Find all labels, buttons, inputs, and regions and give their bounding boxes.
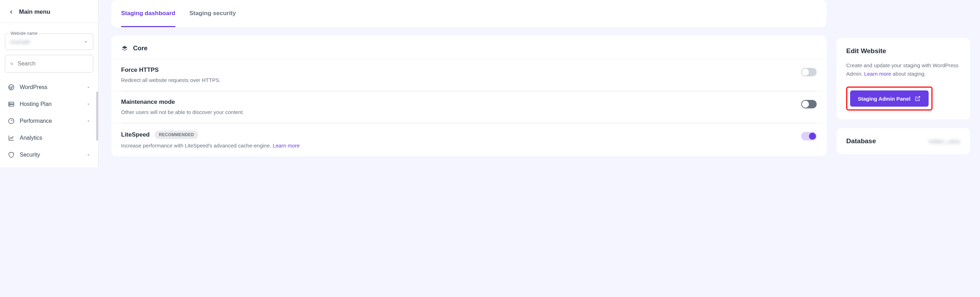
setting-force-https: Force HTTPS Redirect all website request… bbox=[111, 59, 827, 91]
main-column: Staging dashboard Staging security Core … bbox=[111, 0, 827, 167]
database-title: Database bbox=[846, 137, 876, 145]
core-title: Core bbox=[133, 45, 148, 52]
shield-icon bbox=[8, 151, 15, 158]
edit-website-description: Create and update your staging with Word… bbox=[846, 61, 960, 78]
toggle-knob bbox=[809, 133, 816, 140]
website-name-label: Website name bbox=[9, 31, 39, 36]
core-header: Core bbox=[111, 35, 827, 59]
toggle-knob bbox=[802, 101, 809, 108]
chart-icon bbox=[8, 134, 15, 141]
sidebar: Main menu Website name example WordPress… bbox=[0, 0, 99, 167]
edit-website-title: Edit Website bbox=[846, 47, 960, 55]
toggle-maintenance-mode[interactable] bbox=[801, 100, 817, 108]
database-card: Database hidden_value bbox=[836, 128, 970, 154]
gauge-icon bbox=[8, 118, 15, 125]
wordpress-icon bbox=[8, 84, 15, 91]
sidebar-item-analytics[interactable]: Analytics bbox=[3, 130, 95, 146]
server-icon bbox=[8, 101, 15, 108]
setting-litespeed: LiteSpeed RECOMMENDED Increase performan… bbox=[111, 123, 827, 156]
tabs-card: Staging dashboard Staging security bbox=[111, 0, 827, 27]
edit-website-card: Edit Website Create and update your stag… bbox=[836, 38, 970, 120]
main-menu-back-link[interactable]: Main menu bbox=[0, 0, 98, 23]
sidebar-item-security[interactable]: Security bbox=[3, 146, 95, 163]
setting-title: LiteSpeed bbox=[121, 131, 150, 138]
setting-title: Force HTTPS bbox=[121, 67, 159, 73]
toggle-force-https[interactable] bbox=[801, 68, 817, 76]
layers-icon bbox=[121, 45, 128, 52]
setting-maintenance-mode: Maintenance mode Other users will not be… bbox=[111, 91, 827, 123]
website-selector-container: Website name example bbox=[0, 23, 98, 50]
svg-point-5 bbox=[10, 105, 10, 106]
setting-description: Increase performance with LiteSpeed's ad… bbox=[121, 143, 801, 148]
highlight-annotation: Staging Admin Panel bbox=[846, 87, 932, 111]
nav-label: Hosting Plan bbox=[20, 101, 81, 107]
caret-down-icon bbox=[84, 40, 88, 44]
setting-description: Redirect all website requests over HTTPS… bbox=[121, 77, 801, 83]
setting-text: Force HTTPS Redirect all website request… bbox=[121, 67, 801, 83]
sidebar-item-wordpress[interactable]: WordPress bbox=[3, 79, 95, 96]
external-link-icon bbox=[915, 95, 921, 102]
search-box[interactable] bbox=[5, 55, 93, 73]
toggle-litespeed[interactable] bbox=[801, 132, 817, 140]
right-column: Edit Website Create and update your stag… bbox=[836, 0, 970, 167]
search-input[interactable] bbox=[18, 60, 88, 67]
setting-title: Maintenance mode bbox=[121, 98, 175, 106]
setting-text: Maintenance mode Other users will not be… bbox=[121, 98, 801, 115]
learn-more-link[interactable]: Learn more bbox=[273, 143, 300, 148]
caret-down-icon bbox=[86, 85, 91, 89]
setting-description: Other users will not be able to discover… bbox=[121, 109, 801, 115]
caret-down-icon bbox=[86, 102, 91, 106]
tab-staging-dashboard[interactable]: Staging dashboard bbox=[121, 0, 175, 27]
main-content: Staging dashboard Staging security Core … bbox=[99, 0, 980, 167]
tab-staging-security[interactable]: Staging security bbox=[189, 0, 236, 27]
core-card: Core Force HTTPS Redirect all website re… bbox=[111, 35, 827, 156]
scrollbar[interactable] bbox=[96, 92, 98, 141]
spacer bbox=[836, 0, 970, 30]
caret-down-icon bbox=[86, 119, 91, 123]
nav-label: WordPress bbox=[20, 84, 81, 91]
nav-label: Performance bbox=[20, 118, 81, 124]
website-selector-dropdown[interactable]: example bbox=[5, 33, 93, 50]
nav-items: WordPress Hosting Plan Performance Analy… bbox=[0, 78, 98, 165]
setting-text: LiteSpeed RECOMMENDED Increase performan… bbox=[121, 130, 801, 148]
caret-down-icon bbox=[86, 153, 91, 157]
sidebar-item-performance[interactable]: Performance bbox=[3, 113, 95, 130]
nav-label: Security bbox=[20, 152, 81, 158]
nav-label: Analytics bbox=[20, 135, 91, 141]
main-menu-label: Main menu bbox=[19, 8, 50, 16]
website-name-value: example bbox=[10, 39, 30, 45]
sidebar-item-hosting-plan[interactable]: Hosting Plan bbox=[3, 96, 95, 113]
toggle-knob bbox=[802, 68, 809, 76]
svg-point-4 bbox=[10, 103, 10, 103]
chevron-left-icon bbox=[8, 9, 14, 15]
recommended-badge: RECOMMENDED bbox=[154, 130, 198, 139]
staging-admin-panel-button[interactable]: Staging Admin Panel bbox=[850, 91, 929, 106]
svg-point-0 bbox=[11, 63, 13, 64]
learn-more-link[interactable]: Learn more bbox=[864, 71, 891, 77]
database-value: hidden_value bbox=[929, 138, 960, 144]
search-icon bbox=[10, 60, 13, 67]
